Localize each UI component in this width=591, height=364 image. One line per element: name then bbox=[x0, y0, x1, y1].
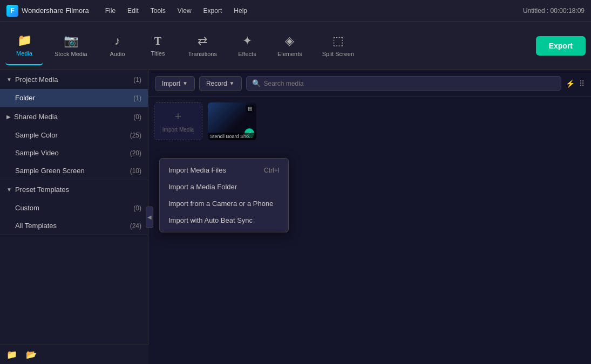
elements-icon: ◈ bbox=[285, 34, 294, 48]
audio-icon: ♪ bbox=[114, 34, 120, 48]
sidebar-section-preset-templates: ▼ Preset Templates Custom (0) All Templa… bbox=[0, 180, 148, 235]
stencil-grid-icon: ⊞ bbox=[246, 105, 254, 113]
toolbar-media[interactable]: 📁 Media bbox=[5, 26, 43, 65]
search-box: 🔍 bbox=[246, 76, 561, 91]
menu-view[interactable]: View bbox=[172, 5, 197, 17]
split-screen-icon: ⬚ bbox=[332, 34, 344, 48]
import-button[interactable]: Import ▼ bbox=[155, 76, 195, 91]
toolbar-split-screen[interactable]: ⬚ Split Screen bbox=[314, 26, 363, 65]
toolbar-stock-media-label: Stock Media bbox=[55, 51, 87, 57]
sidebar-project-media-label: Project Media bbox=[15, 75, 133, 84]
media-icon: 📁 bbox=[17, 33, 32, 47]
export-button[interactable]: Export bbox=[536, 36, 586, 56]
record-button[interactable]: Record ▼ bbox=[199, 76, 242, 91]
sidebar-collapse-button[interactable]: ◀ bbox=[146, 207, 153, 228]
sidebar: ▼ Project Media (1) Folder (1) ▶ Shared … bbox=[0, 70, 148, 364]
toolbar-effects[interactable]: ✦ Effects bbox=[228, 26, 266, 65]
import-dropdown-menu: Import Media Files Ctrl+I Import a Media… bbox=[159, 158, 289, 232]
titles-icon: T bbox=[154, 35, 161, 47]
dropdown-item-import-files[interactable]: Import Media Files Ctrl+I bbox=[160, 162, 288, 178]
toolbar-split-screen-label: Split Screen bbox=[322, 51, 354, 57]
sidebar-shared-media-count: (0) bbox=[133, 113, 141, 121]
sidebar-item-sample-color[interactable]: Sample Color (25) bbox=[0, 126, 148, 144]
sidebar-sample-color-label: Sample Color bbox=[15, 131, 130, 139]
stock-media-icon: 📷 bbox=[64, 34, 78, 48]
import-camera-label: Import from a Camera or a Phone bbox=[168, 200, 273, 208]
sidebar-section-shared-media-header[interactable]: ▶ Shared Media (0) bbox=[0, 107, 148, 126]
stencil-label: Stencil Board Show A -N... bbox=[208, 133, 256, 140]
sidebar-sample-green-screen-count: (10) bbox=[130, 167, 141, 175]
sidebar-custom-count: (0) bbox=[133, 204, 141, 212]
new-folder-icon[interactable]: 📁 bbox=[6, 349, 17, 360]
sidebar-sample-color-count: (25) bbox=[130, 132, 141, 139]
chevron-down-icon: ▼ bbox=[6, 77, 12, 83]
import-media-label: Import Media bbox=[161, 126, 195, 134]
import-dropdown-arrow: ▼ bbox=[182, 80, 188, 86]
sidebar-project-media-count: (1) bbox=[133, 76, 141, 84]
toolbar-audio[interactable]: ♪ Audio bbox=[99, 26, 137, 65]
sidebar-footer: 📁 📂 bbox=[0, 345, 148, 364]
sidebar-sample-green-screen-label: Sample Green Screen bbox=[15, 167, 130, 175]
sidebar-custom-label: Custom bbox=[15, 204, 133, 212]
sidebar-folder-count: (1) bbox=[133, 94, 141, 102]
app-logo-icon: F bbox=[6, 5, 18, 17]
search-icon: 🔍 bbox=[252, 79, 261, 87]
sidebar-item-sample-green-screen[interactable]: Sample Green Screen (10) bbox=[0, 162, 148, 180]
sidebar-item-sample-video[interactable]: Sample Video (20) bbox=[0, 144, 148, 162]
toolbar-transitions[interactable]: ⇄ Transitions bbox=[180, 26, 226, 65]
dropdown-item-import-camera[interactable]: Import from a Camera or a Phone bbox=[160, 195, 288, 212]
menu-bar: File Edit Tools View Export Help bbox=[100, 5, 253, 17]
grid-view-icon[interactable]: ⠿ bbox=[579, 79, 585, 88]
media-item-stencil[interactable]: ⊞ ✓ Stencil Board Show A -N... bbox=[208, 102, 256, 140]
sidebar-section-preset-templates-header[interactable]: ▼ Preset Templates bbox=[0, 180, 148, 199]
import-beat-sync-label: Import with Auto Beat Sync bbox=[168, 216, 253, 224]
media-item-import[interactable]: + Import Media bbox=[154, 102, 202, 140]
sidebar-section-project-media-header[interactable]: ▼ Project Media (1) bbox=[0, 70, 148, 89]
toolbar-elements-label: Elements bbox=[277, 51, 302, 57]
toolbar-media-label: Media bbox=[16, 50, 32, 57]
import-files-shortcut: Ctrl+I bbox=[264, 167, 280, 174]
toolbar: 📁 Media 📷 Stock Media ♪ Audio T Titles ⇄… bbox=[0, 22, 591, 70]
menu-tools[interactable]: Tools bbox=[145, 5, 171, 17]
import-folder-label: Import a Media Folder bbox=[168, 183, 237, 191]
content-toolbar: Import ▼ Record ▼ 🔍 ⚡ ⠿ bbox=[148, 70, 591, 97]
sidebar-item-folder[interactable]: Folder (1) bbox=[0, 89, 148, 107]
menu-edit[interactable]: Edit bbox=[122, 5, 144, 17]
toolbar-titles-label: Titles bbox=[151, 50, 165, 57]
add-folder-icon[interactable]: 📂 bbox=[26, 349, 37, 360]
sidebar-section-shared-media: ▶ Shared Media (0) Sample Color (25) Sam… bbox=[0, 107, 148, 180]
project-title: Untitled : 00:00:18:09 bbox=[523, 7, 585, 15]
record-label: Record bbox=[206, 80, 227, 87]
import-plus-icon: + bbox=[175, 109, 182, 123]
toolbar-elements[interactable]: ◈ Elements bbox=[269, 26, 311, 65]
menu-file[interactable]: File bbox=[100, 5, 121, 17]
sidebar-shared-media-label: Shared Media bbox=[14, 113, 133, 121]
chevron-right-icon: ▶ bbox=[6, 114, 11, 120]
dropdown-item-import-beat-sync[interactable]: Import with Auto Beat Sync bbox=[160, 212, 288, 229]
sidebar-all-templates-count: (24) bbox=[130, 222, 141, 230]
app-logo: F Wondershare Filmora bbox=[6, 5, 89, 17]
app-name: Wondershare Filmora bbox=[22, 6, 89, 15]
sidebar-item-custom[interactable]: Custom (0) bbox=[0, 199, 148, 217]
sidebar-sample-video-label: Sample Video bbox=[15, 149, 130, 157]
top-bar: F Wondershare Filmora File Edit Tools Vi… bbox=[0, 0, 591, 22]
effects-icon: ✦ bbox=[242, 34, 252, 48]
toolbar-transitions-label: Transitions bbox=[188, 51, 217, 57]
toolbar-stock-media[interactable]: 📷 Stock Media bbox=[46, 26, 96, 65]
toolbar-audio-label: Audio bbox=[110, 51, 125, 57]
sidebar-sample-video-count: (20) bbox=[130, 149, 141, 157]
toolbar-effects-label: Effects bbox=[238, 51, 256, 57]
toolbar-titles[interactable]: T Titles bbox=[139, 26, 177, 65]
menu-help[interactable]: Help bbox=[228, 5, 253, 17]
menu-export[interactable]: Export bbox=[198, 5, 228, 17]
sidebar-item-all-templates[interactable]: All Templates (24) bbox=[0, 217, 148, 235]
dropdown-item-import-folder[interactable]: Import a Media Folder bbox=[160, 178, 288, 195]
filter-icon[interactable]: ⚡ bbox=[566, 79, 575, 88]
chevron-down-icon-2: ▼ bbox=[6, 187, 12, 193]
transitions-icon: ⇄ bbox=[198, 34, 207, 48]
search-input[interactable] bbox=[264, 80, 555, 87]
sidebar-folder-label: Folder bbox=[15, 94, 133, 102]
import-label: Import bbox=[162, 80, 180, 87]
sidebar-section-project-media: ▼ Project Media (1) Folder (1) bbox=[0, 70, 148, 107]
import-files-label: Import Media Files bbox=[168, 166, 226, 174]
